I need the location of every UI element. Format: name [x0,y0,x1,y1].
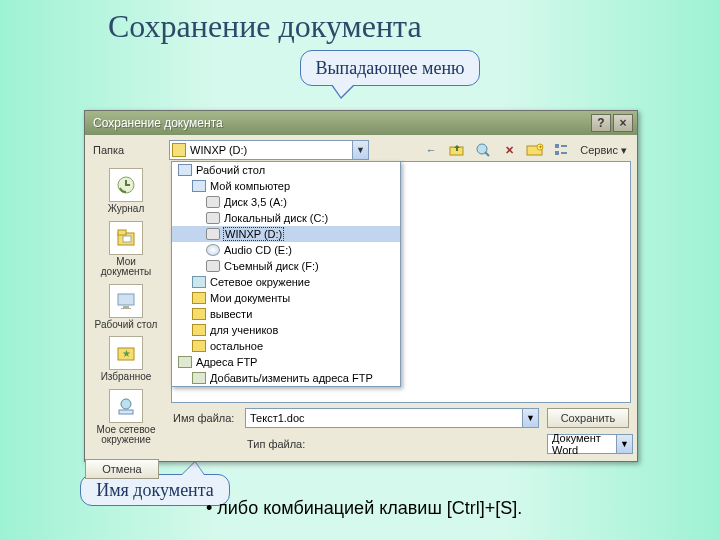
dropdown-label: вывести [210,308,252,320]
globe-search-icon [475,142,491,158]
folder-up-icon [449,143,465,157]
dropdown-item[interactable]: Мой компьютер [172,178,400,194]
web-button[interactable] [472,140,494,160]
ftp-icon [192,372,206,384]
cancel-button[interactable]: Отмена [85,459,159,479]
new-folder-icon: ✦ [526,143,544,157]
dropdown-label: Диск 3,5 (A:) [224,196,287,208]
dropdown-label: Мои документы [210,292,290,304]
x-icon: ✕ [505,144,514,157]
places-mydocs[interactable]: Мои документы [90,218,162,281]
dropdown-label: для учеников [210,324,278,336]
folder-icon [192,292,206,304]
dropdown-label: Локальный диск (C:) [224,212,328,224]
tools-label: Сервис [580,144,618,156]
ftp-icon [178,356,192,368]
dropdown-label: Рабочий стол [196,164,265,176]
dropdown-label: WINXP (D:) [223,227,284,241]
dropdown-item[interactable]: для учеников [172,322,400,338]
desktop-icon [109,284,143,318]
svg-rect-13 [118,294,134,305]
places-label: Избранное [101,372,152,383]
dialog-titlebar: Сохранение документа ? × [85,111,637,135]
dropdown-item[interactable]: Сетевое окружение [172,274,400,290]
svg-rect-14 [123,306,129,308]
filename-input[interactable]: Текст1.doc ▼ [245,408,539,428]
back-button[interactable]: ← [420,140,442,160]
svg-rect-8 [561,152,567,154]
mydocs-icon [109,221,143,255]
tools-menu[interactable]: Сервис ▾ [576,144,631,157]
favorites-icon: ★ [109,336,143,370]
folder-value: WINXP (D:) [190,144,247,156]
dropdown-item[interactable]: Съемный диск (F:) [172,258,400,274]
folder-label: Папка [91,144,165,156]
save-dialog: Сохранение документа ? × Папка WINXP (D:… [84,110,638,462]
dropdown-item[interactable]: вывести [172,306,400,322]
dropdown-item[interactable]: WINXP (D:) [172,226,400,242]
svg-rect-6 [555,151,559,155]
folder-dropdown[interactable]: Рабочий столМой компьютерДиск 3,5 (A:)Ло… [171,161,401,387]
help-button[interactable]: ? [591,114,611,132]
dropdown-label: Мой компьютер [210,180,290,192]
dropdown-item[interactable]: Добавить/изменить адреса FTP [172,370,400,386]
callout-dropdown-menu: Выпадающее меню [300,50,480,86]
dropdown-label: Audio CD (E:) [224,244,292,256]
dialog-toolbar: Папка WINXP (D:) ▼ ← ✕ ✦ Сервис ▾ [85,135,637,161]
places-favorites[interactable]: ★Избранное [90,333,162,386]
svg-rect-12 [123,236,131,242]
places-desktop[interactable]: Рабочий стол [90,281,162,334]
dropdown-item[interactable]: Audio CD (E:) [172,242,400,258]
chevron-down-icon[interactable]: ▼ [352,141,368,159]
dropdown-label: Сетевое окружение [210,276,310,288]
svg-rect-7 [561,145,567,147]
dropdown-label: Адреса FTP [196,356,257,368]
dropdown-item[interactable]: Адреса FTP [172,354,400,370]
up-button[interactable] [446,140,468,160]
save-button[interactable]: Сохранить [547,408,629,428]
arrow-left-icon: ← [426,144,437,156]
folder-combo[interactable]: WINXP (D:) ▼ [169,140,369,160]
callout-text: Имя документа [96,480,214,501]
svg-rect-5 [555,144,559,148]
disk-icon [206,196,220,208]
dropdown-item[interactable]: остальное [172,338,400,354]
places-label: Рабочий стол [95,320,158,331]
places-history[interactable]: Журнал [90,165,162,218]
comp-icon [178,164,192,176]
bullet-text: • либо комбинацией клавиш [Ctrl]+[S]. [206,498,522,519]
folder-icon [192,340,206,352]
chevron-down-icon[interactable]: ▼ [522,409,538,427]
dropdown-item[interactable]: Диск 3,5 (A:) [172,194,400,210]
delete-button[interactable]: ✕ [498,140,520,160]
dropdown-label: Добавить/изменить адреса FTP [210,372,373,384]
file-list-panel[interactable]: Рабочий столМой компьютерДиск 3,5 (A:)Ло… [171,161,631,403]
views-button[interactable] [550,140,572,160]
new-folder-button[interactable]: ✦ [524,140,546,160]
disk-icon [206,260,220,272]
disk-icon [206,212,220,224]
close-button[interactable]: × [613,114,633,132]
dropdown-label: Съемный диск (F:) [224,260,319,272]
places-label: Мои документы [90,257,162,278]
svg-rect-11 [118,230,126,235]
dropdown-label: остальное [210,340,263,352]
svg-text:★: ★ [122,348,131,359]
cd-icon [206,244,220,256]
filetype-label: Тип файла: [245,438,543,450]
folder-icon [192,324,206,336]
filename-value: Текст1.doc [250,412,305,424]
disk-icon [206,228,220,240]
drive-icon [172,143,186,157]
history-icon [109,168,143,202]
dropdown-item[interactable]: Локальный диск (C:) [172,210,400,226]
views-icon [554,143,568,157]
comp-icon [192,180,206,192]
places-label: Журнал [108,204,145,215]
slide-title: Сохранение документа [108,8,422,45]
svg-rect-15 [121,308,131,309]
filetype-combo[interactable]: Документ Word ▼ [547,434,633,454]
dropdown-item[interactable]: Рабочий стол [172,162,400,178]
dropdown-item[interactable]: Мои документы [172,290,400,306]
chevron-down-icon[interactable]: ▼ [616,435,632,453]
